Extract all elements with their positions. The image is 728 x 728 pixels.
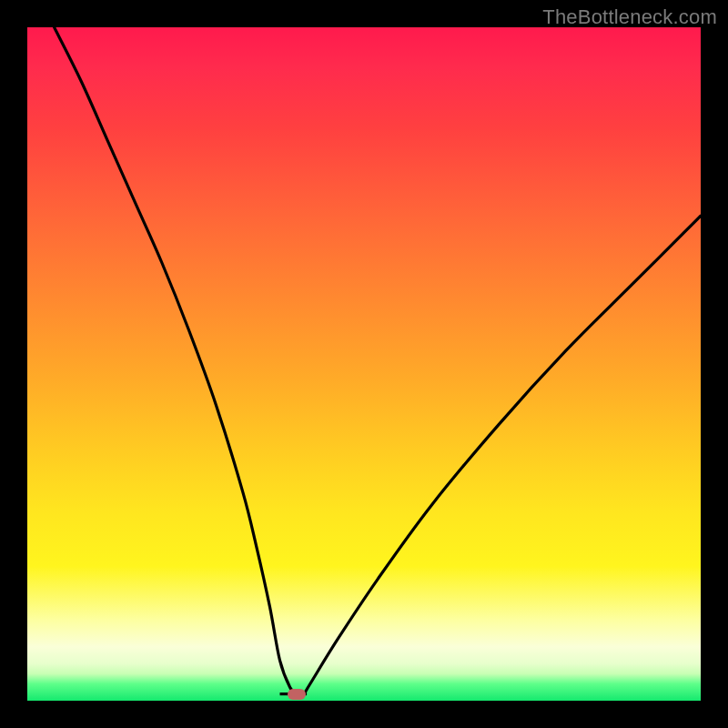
curve-svg [27, 27, 701, 701]
optimal-marker [288, 689, 306, 700]
bottleneck-curve [55, 27, 701, 695]
plot-area [27, 27, 701, 701]
watermark-label: TheBottleneck.com [542, 5, 717, 29]
chart-frame: TheBottleneck.com [0, 0, 728, 728]
